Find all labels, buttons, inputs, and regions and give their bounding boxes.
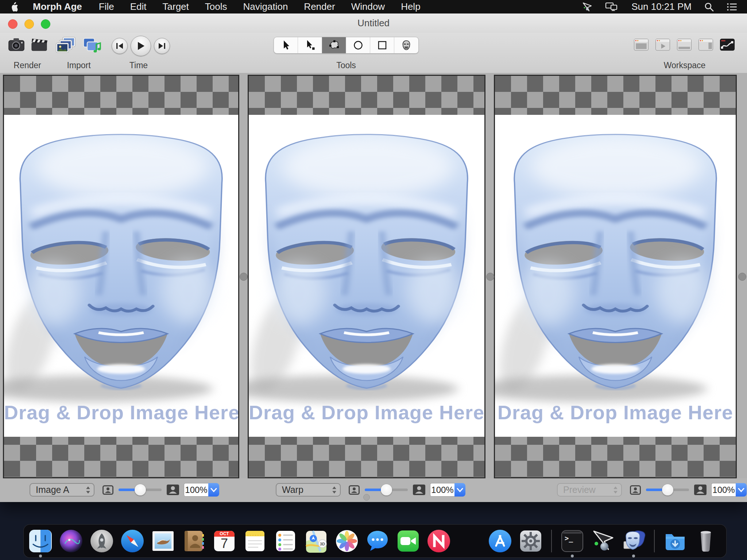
- dock-item-contacts[interactable]: [182, 529, 206, 553]
- gear-icon: [519, 529, 543, 553]
- skip-forward-button[interactable]: [154, 38, 170, 54]
- menu-window[interactable]: Window: [351, 1, 385, 12]
- tool-direct-select[interactable]: [298, 37, 322, 53]
- dock-item-terminal[interactable]: >_: [560, 529, 584, 553]
- menu-file[interactable]: File: [99, 1, 114, 12]
- zoom-menu-button[interactable]: [736, 483, 747, 497]
- launchpad-icon: [90, 529, 114, 553]
- dock-item-system-preferences[interactable]: [519, 529, 543, 553]
- menu-clock[interactable]: Sun 10:21 PM: [631, 1, 692, 12]
- app-menu-title[interactable]: Morph Age: [33, 1, 82, 12]
- play-button[interactable]: [131, 36, 151, 56]
- dock-item-mail[interactable]: [151, 529, 175, 553]
- render-movie-button[interactable]: [8, 36, 25, 54]
- menu-help[interactable]: Help: [401, 1, 420, 12]
- workspace-curves-button[interactable]: [720, 39, 735, 52]
- splitter-handle-1[interactable]: [240, 273, 248, 281]
- tool-face[interactable]: [394, 37, 418, 53]
- menu-bar: Morph Age File Edit Target Tools Navigat…: [0, 0, 747, 13]
- dock-item-messages[interactable]: [365, 529, 390, 553]
- workspace-bottom-bar-button[interactable]: [677, 39, 692, 52]
- skip-back-button[interactable]: [112, 38, 128, 54]
- dock-item-siri[interactable]: [59, 529, 83, 553]
- splitter-handle-3[interactable]: [738, 273, 746, 281]
- large-image-icon[interactable]: [413, 484, 426, 495]
- small-image-icon[interactable]: [102, 485, 113, 495]
- dropzone-placeholder: Drag & Drop Image Here: [495, 401, 736, 424]
- window-splitter-handle[interactable]: [363, 494, 370, 501]
- large-image-icon[interactable]: [166, 484, 179, 495]
- dock-item-calendar[interactable]: OCT 7: [212, 529, 236, 553]
- list-icon[interactable]: [727, 2, 738, 12]
- small-image-icon[interactable]: [630, 485, 641, 495]
- dropzone-placeholder: Drag & Drop Image Here: [249, 401, 484, 424]
- dock-item-downloads[interactable]: [663, 529, 687, 553]
- opacity-slider[interactable]: [119, 483, 162, 497]
- menu-tools[interactable]: Tools: [205, 1, 227, 12]
- preview-selector[interactable]: Preview: [557, 483, 622, 497]
- dock-item-reminders[interactable]: [274, 529, 298, 553]
- cursor-dot-icon: [305, 40, 316, 51]
- mask-image: [495, 115, 736, 415]
- menu-edit[interactable]: Edit: [130, 1, 147, 12]
- curve-shape-icon: [328, 40, 340, 51]
- toolbar: Render: [0, 33, 747, 73]
- warp-dropzone[interactable]: Drag & Drop Image Here: [249, 115, 484, 437]
- slider-thumb[interactable]: [381, 484, 392, 495]
- warp-selector[interactable]: Warp: [276, 483, 341, 497]
- displays-icon[interactable]: [605, 1, 619, 12]
- menu-target[interactable]: Target: [163, 1, 189, 12]
- menu-items: File Edit Target Tools Navigation Render…: [99, 1, 421, 12]
- circle-icon: [353, 40, 364, 51]
- large-image-icon[interactable]: [694, 484, 707, 495]
- dock-item-photos[interactable]: [335, 529, 359, 553]
- apple-menu[interactable]: [9, 1, 19, 12]
- image-a-selector[interactable]: Image A: [30, 483, 94, 497]
- slider-thumb[interactable]: [135, 484, 146, 495]
- dock-item-news[interactable]: [427, 529, 451, 553]
- dock-item-music[interactable]: [457, 529, 481, 553]
- slider-thumb[interactable]: [662, 484, 673, 495]
- menu-navigation[interactable]: Navigation: [243, 1, 288, 12]
- zoom-menu-button[interactable]: [454, 483, 465, 497]
- facetime-icon: [396, 529, 420, 553]
- opacity-slider[interactable]: [365, 483, 408, 497]
- dock-item-finder[interactable]: [28, 529, 53, 553]
- tool-select[interactable]: [274, 37, 298, 53]
- dock-item-app-store[interactable]: [488, 529, 512, 553]
- image-a-dropzone[interactable]: Drag & Drop Image Here: [4, 115, 238, 437]
- cursor-app-icon[interactable]: [582, 1, 593, 12]
- finder-icon: [28, 529, 53, 553]
- render-settings-button[interactable]: [31, 36, 48, 54]
- small-image-icon[interactable]: [349, 485, 360, 495]
- opacity-slider[interactable]: [646, 483, 689, 497]
- workspace-player-button[interactable]: [655, 39, 670, 52]
- dock-item-facetime[interactable]: [396, 529, 420, 553]
- dock-item-notes[interactable]: [243, 529, 267, 553]
- workspace-standard-button[interactable]: [634, 39, 649, 52]
- dock-item-morph-age[interactable]: [622, 529, 646, 553]
- preview-dropzone[interactable]: Drag & Drop Image Here: [495, 115, 736, 437]
- zoom-value[interactable]: 100%: [430, 483, 454, 497]
- splitter-handle-2[interactable]: [486, 273, 494, 281]
- search-icon[interactable]: [704, 2, 714, 12]
- dock-item-trash[interactable]: [694, 529, 718, 553]
- dock-item-maps[interactable]: 3D: [304, 529, 328, 553]
- dock-item-safari[interactable]: [120, 529, 144, 553]
- panel-control-bar: Image A 100%: [0, 478, 747, 502]
- chevron-down-icon: [210, 487, 217, 493]
- stepper-icon: [613, 486, 618, 494]
- import-media-button[interactable]: [82, 36, 102, 56]
- tool-rectangle[interactable]: [370, 37, 394, 53]
- workspace-sidebar-button[interactable]: [698, 39, 713, 52]
- dock-item-cursor-app[interactable]: [591, 529, 615, 553]
- zoom-menu-button[interactable]: [208, 483, 219, 497]
- dock-item-launchpad[interactable]: [90, 529, 114, 553]
- menu-render[interactable]: Render: [304, 1, 335, 12]
- zoom-value[interactable]: 100%: [711, 483, 736, 497]
- tool-ellipse[interactable]: [346, 37, 370, 53]
- zoom-value[interactable]: 100%: [184, 483, 208, 497]
- tool-curve[interactable]: [322, 37, 346, 53]
- title-bar[interactable]: Untitled: [0, 13, 747, 33]
- import-images-button[interactable]: [55, 36, 77, 56]
